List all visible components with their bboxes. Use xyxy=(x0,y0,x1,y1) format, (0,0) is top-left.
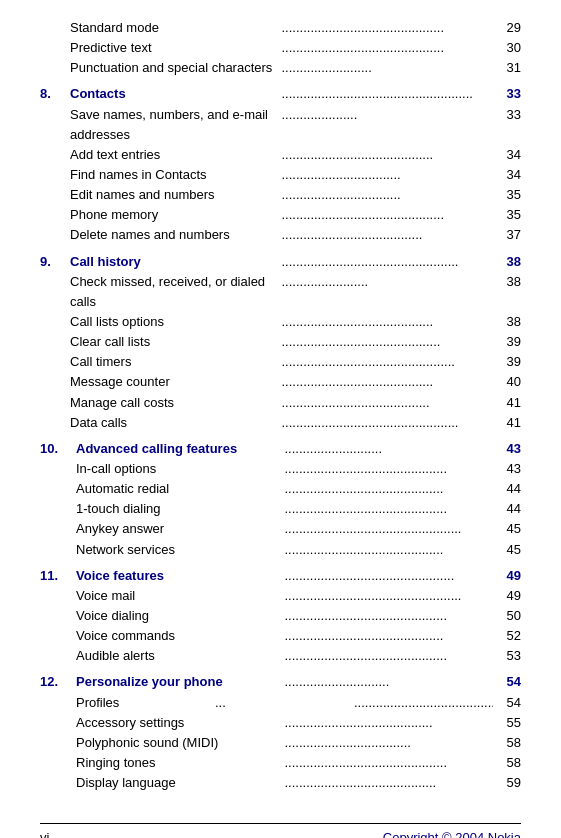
chapter-number: 12. xyxy=(40,672,76,692)
page-number: 53 xyxy=(493,646,521,666)
list-item: Standard mode ..........................… xyxy=(70,18,521,38)
page-number: 41 xyxy=(493,393,521,413)
page-number: 33 xyxy=(493,84,521,104)
entry-label: Check missed, received, or dialed calls xyxy=(70,272,282,312)
dot-leader: ................................... xyxy=(285,733,494,753)
dot-leader: ........................................… xyxy=(285,566,494,586)
list-item: Accessory settings .....................… xyxy=(76,713,521,733)
entry-label: In-call options xyxy=(76,459,285,479)
entry-label: Call timers xyxy=(70,352,282,372)
page-number: 40 xyxy=(493,372,521,392)
entry-label: Accessory settings xyxy=(76,713,285,733)
dot-leader: ........................................… xyxy=(282,352,494,372)
entry-label: Voice dialing xyxy=(76,606,285,626)
dot-leader: ........................................… xyxy=(282,84,494,104)
chapter-entry: 11. Voice features .....................… xyxy=(40,566,521,586)
page-number: 49 xyxy=(493,586,521,606)
entry-label: Data calls xyxy=(70,413,282,433)
list-item: Audible alerts .........................… xyxy=(76,646,521,666)
entry-label: Message counter xyxy=(70,372,282,392)
page-number: 44 xyxy=(493,479,521,499)
page-number: 37 xyxy=(493,225,521,245)
dot-leader: ........................ xyxy=(282,272,494,292)
page-number: 59 xyxy=(493,773,521,793)
page-number: 45 xyxy=(493,540,521,560)
dot-leader: ........................................… xyxy=(285,606,494,626)
list-item: Delete names and numbers ...............… xyxy=(70,225,521,245)
entry-label: 1-touch dialing xyxy=(76,499,285,519)
list-item: Phone memory ...........................… xyxy=(70,205,521,225)
dot-leader: ......................... xyxy=(282,58,494,78)
entry-label: Display language xyxy=(76,773,285,793)
page-number: 38 xyxy=(493,252,521,272)
dot-leader: ....................................... xyxy=(282,225,494,245)
entry-label: Add text entries xyxy=(70,145,282,165)
entry-label: Call lists options xyxy=(70,312,282,332)
page-number: 45 xyxy=(493,519,521,539)
dot-leader: ........................................… xyxy=(285,626,494,646)
dot-leader: ........................................… xyxy=(285,499,494,519)
dot-leader: ... xyxy=(215,693,354,713)
dot-leader: ........................................… xyxy=(282,145,494,165)
list-item: Message counter ........................… xyxy=(70,372,521,392)
list-item: 1-touch dialing ........................… xyxy=(76,499,521,519)
page-container: Standard mode ..........................… xyxy=(0,0,561,838)
entry-label: Automatic redial xyxy=(76,479,285,499)
dot-leader: ..................... xyxy=(282,105,494,125)
dot-leader: ........................... xyxy=(285,439,494,459)
page-number: 30 xyxy=(493,38,521,58)
dot-leader: ........................................… xyxy=(282,393,494,413)
dot-leader: ........................................… xyxy=(285,753,494,773)
list-item: Save names, numbers, and e-mail addresse… xyxy=(70,105,521,145)
page-number: 41 xyxy=(493,413,521,433)
entry-label: Voice mail xyxy=(76,586,285,606)
chapter-title: Personalize your phone xyxy=(76,672,285,692)
dot-leader: ........................................… xyxy=(285,479,494,499)
entry-label: Phone memory xyxy=(70,205,282,225)
dot-leader: ........................................… xyxy=(285,540,494,560)
page-number: 58 xyxy=(493,753,521,773)
dot-leader: ........................................… xyxy=(282,18,494,38)
list-item: Call timers ............................… xyxy=(70,352,521,372)
dot-leader: ................................. xyxy=(282,165,494,185)
chapter-number: 9. xyxy=(40,252,70,272)
list-item: Voice dialing ..........................… xyxy=(76,606,521,626)
list-item: Call lists options .....................… xyxy=(70,312,521,332)
page-number: 52 xyxy=(493,626,521,646)
dot-leader: ........................................… xyxy=(285,586,494,606)
page-number: 38 xyxy=(493,312,521,332)
page-number: 34 xyxy=(493,145,521,165)
entry-label: Find names in Contacts xyxy=(70,165,282,185)
entry-label: Clear call lists xyxy=(70,332,282,352)
entry-label: Predictive text xyxy=(70,38,282,58)
list-item: Network services .......................… xyxy=(76,540,521,560)
entry-label: Punctuation and special characters xyxy=(70,58,282,78)
entry-label: Standard mode xyxy=(70,18,282,38)
entry-label: Ringing tones xyxy=(76,753,285,773)
page-number: 50 xyxy=(493,606,521,626)
page-number: 35 xyxy=(493,185,521,205)
list-item: Manage call costs ......................… xyxy=(70,393,521,413)
entry-label: Save names, numbers, and e-mail addresse… xyxy=(70,105,282,145)
page-footer: vi Copyright © 2004 Nokia xyxy=(40,823,521,838)
dot-leader: ........................................… xyxy=(285,519,494,539)
list-item: Automatic redial .......................… xyxy=(76,479,521,499)
page-number: 44 xyxy=(493,499,521,519)
entry-label: Anykey answer xyxy=(76,519,285,539)
chapter-entry: 8. Contacts ............................… xyxy=(40,84,521,104)
page-number: 55 xyxy=(493,713,521,733)
list-item: Ringing tones ..........................… xyxy=(76,753,521,773)
chapter-number: 8. xyxy=(40,84,70,104)
chapter-title: Call history xyxy=(70,252,282,272)
list-item: Punctuation and special characters .....… xyxy=(70,58,521,78)
page-number: 33 xyxy=(493,105,521,125)
list-item: Voice commands .........................… xyxy=(76,626,521,646)
list-item: Display language .......................… xyxy=(76,773,521,793)
dot-leader: ................................. xyxy=(282,185,494,205)
list-item: Clear call lists .......................… xyxy=(70,332,521,352)
page-number: 39 xyxy=(493,352,521,372)
list-item: Polyphonic sound (MIDI) ................… xyxy=(76,733,521,753)
page-number: 43 xyxy=(493,459,521,479)
dot-leader: ........................................… xyxy=(282,38,494,58)
page-number: 35 xyxy=(493,205,521,225)
